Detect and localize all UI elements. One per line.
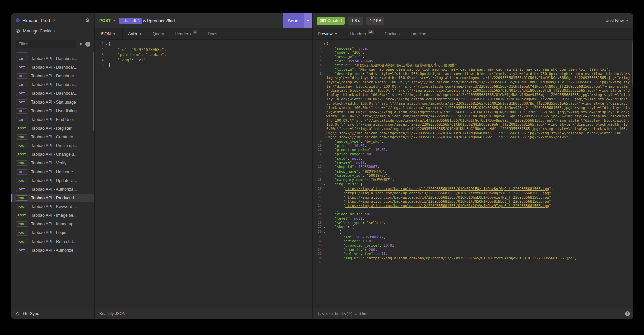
- tab-auth-label: Auth: [128, 31, 137, 36]
- method-badge: POST: [16, 152, 28, 157]
- tab-cookies[interactable]: Cookies: [379, 28, 405, 39]
- request-list-item[interactable]: GETTaobao API - Stat usage: [11, 98, 94, 107]
- tab-headers[interactable]: Headers 3: [169, 28, 202, 39]
- tab-auth[interactable]: Auth ▼: [123, 28, 147, 39]
- sidebar-scrollbar[interactable]: [93, 52, 94, 131]
- tab-preview[interactable]: Preview ▼: [313, 28, 344, 39]
- code-line: 17 "category_id": "50019773",: [313, 173, 633, 178]
- git-sync-label: Git Sync: [23, 311, 39, 316]
- request-list-item[interactable]: POSTTaobao API - Image up...: [11, 220, 94, 228]
- workspace-dropdown[interactable]: Elimapi - Prod ▼ ⚙: [11, 13, 94, 27]
- request-list-item[interactable]: POSTTaobao API - Product d...: [11, 194, 94, 202]
- request-list-item[interactable]: GET: [11, 51, 94, 54]
- tab-docs-label: Docs: [208, 31, 217, 36]
- manage-cookies-button[interactable]: Manage Cookies: [11, 27, 94, 37]
- fold-toggle-icon[interactable]: ▼: [323, 182, 326, 187]
- code-line: 12 "price_range": null,: [313, 152, 633, 156]
- request-list-item[interactable]: GETTaobao API - Dashboar...: [11, 63, 94, 72]
- chevron-down-icon: ▼: [626, 19, 629, 22]
- chevron-down-icon: ▼: [334, 32, 337, 36]
- code-line: 32 "price": 10.01,: [313, 239, 633, 243]
- git-sync-button[interactable]: Git Sync: [11, 308, 94, 319]
- tab-docs[interactable]: Docs: [202, 28, 222, 39]
- tab-response-headers[interactable]: Headers 16: [344, 28, 379, 39]
- url-path: /v1/products/find: [143, 18, 175, 23]
- request-label: Taobao API - Dashboar...: [31, 56, 77, 61]
- request-list-item[interactable]: POSTTaobao API - Image se...: [11, 211, 94, 220]
- app-window: Elimapi - Prod ▼ ⚙ Manage Cookies ▲▼ + G…: [11, 13, 633, 319]
- response-filter-input[interactable]: [317, 312, 625, 316]
- code-line: 16 "shop_name": "恩杰特价店",: [313, 169, 633, 174]
- tab-body-json[interactable]: JSON ▼: [95, 28, 123, 39]
- request-list-item[interactable]: GETTaobao API - Unshorte...: [11, 168, 94, 176]
- sort-icon[interactable]: ▲▼: [79, 42, 83, 46]
- tab-timeline[interactable]: Timeline: [405, 28, 432, 39]
- tab-query-label: Query: [153, 31, 164, 36]
- fold-toggle-icon[interactable]: ▼: [323, 230, 326, 235]
- url-input[interactable]: _.baseUrl /v1/products/find: [119, 18, 283, 24]
- request-list-item[interactable]: POSTTaobao API - Profile up...: [11, 141, 94, 150]
- response-history-dropdown[interactable]: Just Now ▼: [606, 18, 629, 23]
- code-line: 8 "description": "<div style=\"width: 75…: [313, 72, 633, 140]
- request-list-item[interactable]: GETTaobao API - Find User: [11, 115, 94, 124]
- request-label: Taobao API - Authorize: [31, 248, 73, 253]
- code-line: 13 "sold": null,: [313, 156, 633, 161]
- method-badge: GET: [16, 51, 28, 53]
- request-list-item[interactable]: POSTTaobao API - Update U...: [11, 176, 94, 185]
- filter-input[interactable]: [16, 40, 76, 48]
- response-tab-strip: Preview ▼ Headers 16 Cookies Timeline: [313, 28, 633, 40]
- fold-toggle-icon[interactable]: ▼: [323, 225, 326, 230]
- method-dropdown[interactable]: POST ▼: [95, 18, 119, 23]
- request-list-item[interactable]: POSTTaobao API - Register: [11, 124, 94, 133]
- method-badge: GET: [16, 117, 28, 122]
- request-list-item[interactable]: POSTTaobao API - Verify: [11, 159, 94, 168]
- response-status-bar: 201 Created 1.8 s 4.2 KB Just Now ▼: [313, 13, 633, 28]
- send-button[interactable]: Send: [283, 13, 304, 28]
- request-list-item[interactable]: POSTTaobao API - Keyword ...: [11, 202, 94, 211]
- chevron-down-icon: ▼: [139, 32, 142, 36]
- request-list-item[interactable]: GETTaobao API - Authorize: [11, 246, 94, 255]
- request-list-item[interactable]: GETTaobao API - Authoriza...: [11, 185, 94, 194]
- code-line: 34 "quantity": 200,: [313, 248, 633, 252]
- request-list-item[interactable]: POSTTaobao API - Change u...: [11, 150, 94, 159]
- fold-toggle-icon[interactable]: ▼: [105, 41, 108, 47]
- code-line: 5}: [95, 63, 312, 68]
- code-line: 28 "seller_type": "seller",: [313, 221, 633, 225]
- code-line: 37: [313, 260, 633, 264]
- response-scrollbar[interactable]: [632, 42, 633, 86]
- beautify-json-button[interactable]: Beautify JSON: [99, 311, 126, 316]
- fold-toggle-icon[interactable]: ▼: [323, 41, 326, 46]
- request-list-item[interactable]: GETTaobao API - Dashboar...: [11, 80, 94, 89]
- code-line: 33 "promotion_price": 10.01,: [313, 243, 633, 248]
- help-icon[interactable]: ?: [625, 311, 630, 316]
- request-label: Taobao API - Dashboar...: [31, 74, 77, 78]
- send-options-button[interactable]: ▼: [304, 13, 312, 28]
- chevron-down-icon: ▼: [53, 19, 56, 22]
- request-body-editor[interactable]: 1▼{2 "id": "959746780685",3 "platform": …: [95, 40, 312, 308]
- create-request-button[interactable]: +: [85, 42, 90, 47]
- request-label: Taobao API - Profile up...: [31, 143, 77, 148]
- tab-query[interactable]: Query: [147, 28, 169, 39]
- request-list-item[interactable]: GETTaobao API - User listing: [11, 107, 94, 115]
- request-list-item[interactable]: GETTaobao API - Dashboar...: [11, 72, 94, 80]
- request-list-item[interactable]: GETTaobao API - Dashboar...: [11, 89, 94, 98]
- request-label: Taobao API - Dashboar...: [31, 91, 77, 96]
- base-url-tag[interactable]: _.baseUrl: [119, 18, 142, 24]
- response-body-viewer[interactable]: 1▼{2 "success": true,3 "code": "200",4 "…: [313, 40, 633, 308]
- settings-gear-icon[interactable]: ⚙: [85, 17, 90, 23]
- code-line: 26 "video_urls": null,: [313, 212, 633, 216]
- request-list-item[interactable]: POSTTaobao API - Login: [11, 228, 94, 237]
- tab-cookies-label: Cookies: [385, 31, 400, 36]
- request-label: Taobao API - Image se...: [31, 213, 77, 218]
- method-badge: GET: [16, 108, 28, 114]
- method-badge: POST: [16, 230, 28, 236]
- request-list-item[interactable]: GETTaobao API - Dashboar...: [11, 54, 94, 63]
- request-label: Taobao API - Stat usage: [31, 100, 76, 105]
- request-label: Taobao API - Verify: [31, 161, 66, 165]
- request-list-item[interactable]: POSTTaobao API - Refresh t...: [11, 237, 94, 246]
- method-badge: GET: [16, 82, 28, 87]
- code-line: 14 "review": null,: [313, 160, 633, 165]
- request-list-item[interactable]: POSTTaobao API - Create to...: [11, 133, 94, 141]
- method-badge: POST: [16, 213, 28, 218]
- cookie-icon: [16, 29, 20, 33]
